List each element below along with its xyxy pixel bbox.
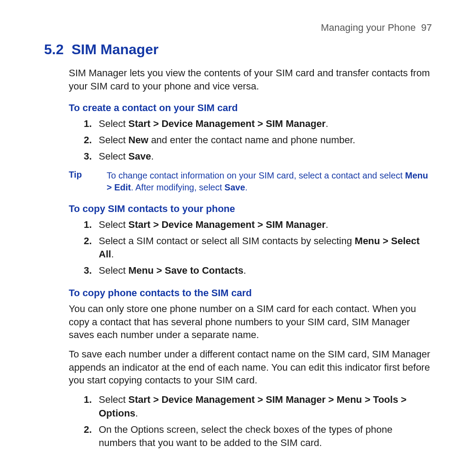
subheading-copy-to-phone: To copy SIM contacts to your phone xyxy=(69,203,432,215)
tip-text: To change contact information on your SI… xyxy=(107,171,405,180)
steps-copy-to-phone: 1. Select Start > Device Management > SI… xyxy=(84,218,432,278)
step-text: . xyxy=(326,118,328,129)
step-text: . xyxy=(326,219,328,230)
step-bold: Start > Device Management > SIM Manager xyxy=(128,118,326,129)
step-text: . xyxy=(151,151,154,162)
step-number: 1. xyxy=(84,218,92,232)
tip-label: Tip xyxy=(69,170,107,193)
step-bold: New xyxy=(128,134,148,145)
step-item: 3. Select Save. xyxy=(84,150,432,164)
step-item: 1. Select Start > Device Management > SI… xyxy=(84,117,432,131)
steps-copy-to-sim: 1. Select Start > Device Management > SI… xyxy=(84,393,432,450)
paragraph: To save each number under a different co… xyxy=(69,348,432,387)
step-text: . xyxy=(243,265,246,276)
step-text: Select a SIM contact or select all SIM c… xyxy=(99,235,355,246)
page-number: 97 xyxy=(421,22,432,33)
chapter-title: Managing your Phone xyxy=(321,22,416,33)
step-item: 2. Select a SIM contact or select all SI… xyxy=(84,234,432,262)
step-bold: Start > Device Management > SIM Manager xyxy=(128,219,326,230)
step-number: 2. xyxy=(84,234,92,248)
step-item: 2. Select New and enter the contact name… xyxy=(84,134,432,147)
step-text: . xyxy=(111,249,114,260)
step-item: 1. Select Start > Device Management > SI… xyxy=(84,393,432,420)
subheading-create-contact: To create a contact on your SIM card xyxy=(69,102,432,114)
step-text: On the Options screen, select the check … xyxy=(99,424,393,449)
step-number: 1. xyxy=(84,117,92,131)
tip-block: Tip To change contact information on you… xyxy=(69,170,432,193)
section-heading: 5.2 SIM Manager xyxy=(44,41,432,58)
step-number: 2. xyxy=(84,423,92,437)
step-text: Select xyxy=(99,265,128,276)
steps-create-contact: 1. Select Start > Device Management > SI… xyxy=(84,117,432,163)
step-number: 2. xyxy=(84,134,92,147)
section-number: 5.2 xyxy=(44,41,63,57)
step-bold: Start > Device Management > SIM Manager … xyxy=(99,394,406,419)
step-text: . xyxy=(135,408,138,419)
step-number: 1. xyxy=(84,393,92,407)
tip-text: . xyxy=(245,182,248,192)
step-text: Select xyxy=(99,134,128,145)
subheading-copy-to-sim: To copy phone contacts to the SIM card xyxy=(69,287,432,299)
step-text: and enter the contact name and phone num… xyxy=(149,134,356,145)
step-bold: Menu > Save to Contacts xyxy=(128,265,243,276)
tip-text: . After modifying, select xyxy=(131,182,224,192)
page-header: Managing your Phone 97 xyxy=(44,22,432,33)
step-text: Select xyxy=(99,394,128,405)
step-number: 3. xyxy=(84,264,92,278)
step-item: 3. Select Menu > Save to Contacts. xyxy=(84,264,432,278)
manual-page: Managing your Phone 97 5.2 SIM Manager S… xyxy=(0,0,476,472)
step-text: Select xyxy=(99,118,128,129)
step-number: 3. xyxy=(84,150,92,164)
step-bold: Save xyxy=(128,151,151,162)
step-text: Select xyxy=(99,219,128,230)
section-title: SIM Manager xyxy=(71,41,158,57)
step-item: 1. Select Start > Device Management > SI… xyxy=(84,218,432,232)
tip-body: To change contact information on your SI… xyxy=(107,170,432,193)
step-item: 2. On the Options screen, select the che… xyxy=(84,423,432,450)
tip-bold: Save xyxy=(224,182,245,192)
step-text: Select xyxy=(99,151,128,162)
intro-paragraph: SIM Manager lets you view the contents o… xyxy=(69,67,432,93)
paragraph: You can only store one phone number on a… xyxy=(69,302,432,342)
